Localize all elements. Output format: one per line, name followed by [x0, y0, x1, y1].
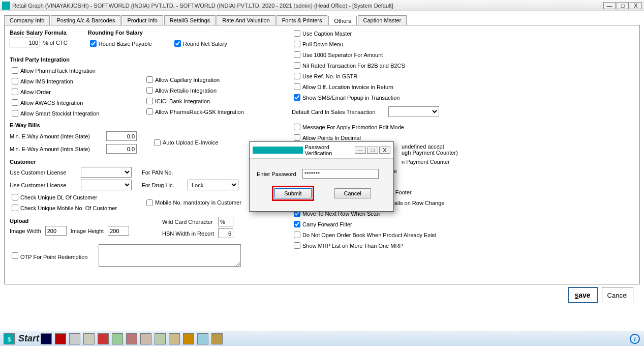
- taskbar-icon-13[interactable]: [211, 333, 223, 344]
- auto-einvoice-label: Auto Upload E-Invoice: [163, 139, 218, 146]
- retailio-label: Allow Retailio Integration: [155, 88, 217, 94]
- hsn-input[interactable]: [218, 228, 233, 238]
- sms-popup-label: Show SMS/Email Popup in Transaction: [302, 95, 400, 101]
- ucl1-select[interactable]: [81, 167, 132, 178]
- img-height-label: Image Height: [71, 228, 104, 234]
- nil-rated-checkbox[interactable]: [294, 62, 300, 69]
- capillary-label: Allow Capillary Integration: [155, 77, 220, 83]
- pharma-label: Allow PharmaRack Integration: [20, 68, 96, 74]
- auto-einvoice-checkbox[interactable]: [154, 139, 161, 146]
- tab-product-info[interactable]: Product Info: [121, 15, 163, 25]
- diff-loc-label: Allow Diff. Location Invoice in Return: [302, 84, 393, 90]
- round-net-checkbox[interactable]: [174, 40, 181, 47]
- showmrp-label: Show MRP List on More Than One MRP: [302, 243, 403, 249]
- chkmob-label: Check Unique Mobile No. Of Customer: [20, 205, 117, 211]
- tab-retailg-settings[interactable]: RetailG Settings: [164, 15, 216, 25]
- eway-intra-input[interactable]: [106, 144, 137, 154]
- diff-loc-checkbox[interactable]: [294, 83, 300, 90]
- cancel-button[interactable]: Cancel: [602, 287, 633, 303]
- tab-fonts-printers[interactable]: Fonts & Printers: [277, 15, 328, 25]
- partial-text-1: undefined accept: [402, 143, 465, 150]
- ptsdec-checkbox[interactable]: [294, 134, 300, 141]
- taskbar-icon-12[interactable]: [197, 333, 208, 344]
- chkdl-checkbox[interactable]: [12, 194, 18, 200]
- img-height-input[interactable]: [108, 226, 129, 236]
- refno-checkbox[interactable]: [294, 73, 300, 79]
- pulldown-checkbox[interactable]: [294, 41, 300, 47]
- tab-caption-master[interactable]: Caption Master: [358, 15, 407, 25]
- modal-maximize-icon[interactable]: □: [367, 147, 378, 154]
- icici-checkbox[interactable]: [146, 98, 153, 104]
- tab-company-info[interactable]: Company Info: [4, 15, 50, 25]
- img-width-label: Image Width: [10, 228, 41, 234]
- modal-title: Password Verification: [305, 144, 355, 156]
- donotopen-checkbox[interactable]: [294, 232, 300, 238]
- eway-inter-input[interactable]: [106, 131, 137, 141]
- submit-button[interactable]: Submit: [274, 188, 311, 198]
- eway-title: E-Way Bills: [10, 122, 292, 128]
- sms-popup-checkbox[interactable]: [294, 94, 300, 101]
- round-basic-label: Round Basic Payable: [99, 41, 152, 47]
- minimize-icon[interactable]: —: [603, 2, 616, 9]
- password-verification-dialog: Password Verification — □ X Enter Passwo…: [249, 141, 394, 212]
- iorder-checkbox[interactable]: [12, 89, 18, 95]
- wildcard-input[interactable]: [218, 217, 233, 226]
- rounding-title: Rounding For Salary: [88, 30, 227, 36]
- start-logo-icon[interactable]: $: [4, 333, 15, 344]
- smart-checkbox[interactable]: [12, 110, 18, 117]
- modal-cancel-button[interactable]: Cancel: [334, 188, 371, 198]
- start-button[interactable]: Start: [18, 333, 39, 344]
- password-input[interactable]: [302, 169, 379, 179]
- round-basic-checkbox[interactable]: [90, 40, 97, 47]
- tab-others[interactable]: Others: [328, 16, 356, 25]
- taskbar-icon-5[interactable]: [98, 333, 109, 344]
- ims-checkbox[interactable]: [12, 78, 18, 84]
- enter-password-label: Enter Password: [257, 171, 302, 177]
- showmrp-checkbox[interactable]: [294, 242, 300, 249]
- maximize-icon[interactable]: □: [617, 2, 629, 9]
- taskbar-icon-8[interactable]: [140, 333, 151, 344]
- msgapply-checkbox[interactable]: [294, 124, 300, 130]
- img-width-input[interactable]: [45, 226, 67, 236]
- retailio-checkbox[interactable]: [146, 87, 153, 94]
- ucl2-select[interactable]: [81, 180, 132, 190]
- taskbar-icon-11[interactable]: [183, 333, 194, 344]
- caption-master-checkbox[interactable]: [294, 30, 300, 37]
- mobmand-checkbox[interactable]: [146, 199, 153, 206]
- app-logo-icon: [253, 147, 303, 154]
- modal-minimize-icon[interactable]: —: [355, 147, 366, 154]
- otp-checkbox[interactable]: [12, 252, 18, 259]
- pharma-checkbox[interactable]: [12, 67, 18, 74]
- otp-textarea[interactable]: [99, 244, 241, 267]
- thousand-sep-checkbox[interactable]: [294, 51, 300, 58]
- taskbar-icon-6[interactable]: [112, 333, 123, 344]
- chkmob-checkbox[interactable]: [12, 205, 18, 211]
- taskbar-icon-3[interactable]: [69, 333, 80, 344]
- fordrug-select[interactable]: Lock: [188, 180, 238, 190]
- modal-close-icon[interactable]: X: [379, 147, 390, 154]
- awacs-checkbox[interactable]: [12, 99, 18, 106]
- close-icon[interactable]: X: [630, 2, 642, 9]
- info-icon[interactable]: i: [630, 334, 640, 344]
- ctc-input[interactable]: [10, 38, 40, 47]
- taskbar-icon-4[interactable]: [83, 333, 95, 344]
- pharmagsk-checkbox[interactable]: [146, 108, 153, 115]
- icici-label: ICICI Bank Integration: [155, 98, 210, 104]
- save-button[interactable]: Save: [568, 287, 598, 303]
- refno-label: Use Ref. No. in GSTR: [302, 73, 357, 79]
- taskbar-icon-10[interactable]: [169, 333, 180, 344]
- tab-posting-barcodes[interactable]: Posting A/c & Barcodes: [51, 15, 120, 25]
- carry-checkbox[interactable]: [294, 221, 300, 227]
- forpan-label: For PAN No.: [142, 169, 173, 176]
- pharmagsk-label: Allow PharmaRack-GSK Integration: [155, 109, 244, 115]
- partial-text-2: ugh Payment Counter): [402, 150, 465, 156]
- taskbar-icon-2[interactable]: [55, 333, 66, 344]
- taskbar-icon-9[interactable]: [155, 333, 166, 344]
- smart-label: Allow Smart Stockist Integration: [20, 110, 99, 117]
- taskbar-icon-1[interactable]: [41, 333, 52, 344]
- capillary-checkbox[interactable]: [146, 76, 153, 83]
- taskbar-icon-7[interactable]: [126, 333, 137, 344]
- defcard-label: Default Card In Sales Transaction: [292, 109, 388, 115]
- tab-rate-valuation[interactable]: Rate And Valuation: [217, 15, 275, 25]
- defcard-select[interactable]: [388, 106, 439, 117]
